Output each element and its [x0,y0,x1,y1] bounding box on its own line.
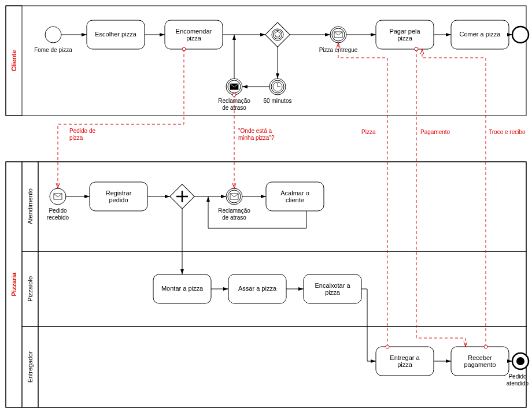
label-enc2: pizza [325,289,341,296]
label-entr1: Entregar a [390,354,420,361]
end-event-cliente [512,27,529,43]
label-fome: Fome de pizza [34,47,72,53]
task-receber: Receber pagamento [451,347,509,376]
gateway-parallel [170,184,194,209]
label-montar: Montar a pizza [161,285,204,292]
task-comer: Comer a pizza [451,20,509,49]
event-pizza-entregue: Pizza entregue [319,27,358,53]
msg-pedido2: pizza [69,135,83,141]
task-assar: Assar a pizza [228,274,286,303]
label-pedrec1: Pedido [49,207,67,214]
label-entr2: pizza [397,361,413,368]
label-timer: 60 minutos [264,98,292,104]
gateway-event-based [265,23,290,47]
label-encomendar2: pizza [186,35,202,42]
svg-point-57 [516,357,524,365]
label-encomendar1: Encomendar [176,28,212,35]
label-pagar1: Pagar pela [389,28,420,35]
bpmn-diagram: Cliente Fome de pizza Escolher pizza Enc… [0,0,532,412]
msg-troco: Troco e recibo [489,129,526,135]
msg-pizza: Pizza [361,129,376,135]
lane-label-pizz: Pizzaiolo [27,276,34,302]
task-pagar: Pagar pela pizza [376,20,434,49]
task-registrar: Registrar pedido [90,182,147,211]
label-pagar2: pizza [397,35,413,42]
msg-onde2: minha pizza"? [238,135,275,141]
label-escolher: Escolher pizza [95,31,136,38]
svg-rect-6 [265,23,290,47]
start-event-fome: Fome de pizza [34,27,72,53]
task-entregar: Entregar a pizza [376,347,434,376]
msg-pagamento: Pagamento [420,129,450,135]
msg-onde1: "Onde está a [238,128,272,134]
task-acalmar: Acalmar o cliente [266,182,324,211]
event-pedido-recebido: Pedido recebido [47,188,69,221]
event-reclamacao-atend: Reclamação de atraso [218,188,250,221]
label-rec1: Receber [468,354,492,361]
label-pedrec2: recebido [47,214,69,221]
msg-pedido1: Pedido de [69,128,95,134]
label-reclam-a2: de atraso [222,214,246,221]
lane-label-atend: Atendimento [27,188,34,224]
label-acal2: cliente [286,196,304,203]
label-comer: Comer a pizza [460,31,501,38]
label-pedat2: atendido [507,380,529,387]
task-escolher: Escolher pizza [87,20,145,49]
event-timer: 60 minutos [264,79,292,104]
flows-pizzaria [66,196,512,361]
lane-label-entr: Entregador [27,351,34,383]
task-encomendar: Encomendar pizza [165,20,223,49]
label-reclam-a1: Reclamação [218,207,250,214]
label-enc1: Encaixotar a [315,282,350,289]
label-rec2: pagamento [464,361,496,368]
label-reg2: pedido [109,196,128,203]
label-pedat1: Pedido [508,373,527,380]
pool-label-pizzaria: Pizzaria [10,272,17,296]
label-reg1: Registrar [106,190,132,196]
message-labels: Pedido de pizza "Onde está a minha pizza… [69,128,526,141]
label-assar: Assar a pizza [238,285,277,292]
svg-point-15 [512,27,529,43]
label-acal1: Acalmar o [280,190,309,196]
end-event-pedido-atendido: Pedido atendido [507,353,529,387]
task-encaixotar: Encaixotar a pizza [304,274,361,303]
svg-point-3 [45,27,61,43]
task-montar: Montar a pizza [153,274,211,303]
pool-label-cliente: Cliente [10,50,17,72]
